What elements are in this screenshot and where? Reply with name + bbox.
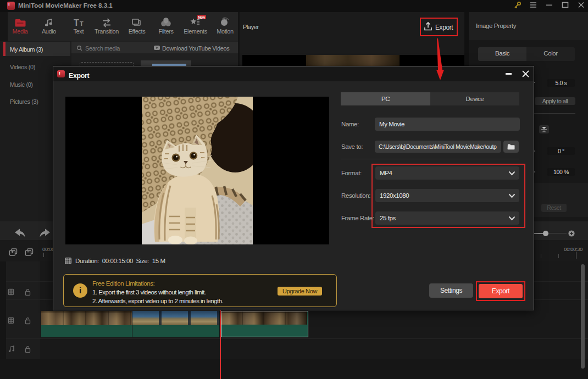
svg-text:Filters: Filters	[158, 28, 174, 35]
svg-text:T: T	[80, 20, 84, 27]
svg-text:Motion: Motion	[217, 28, 234, 35]
svg-text:Media: Media	[13, 28, 29, 35]
svg-text:T: T	[74, 18, 79, 27]
svg-text:Transition: Transition	[95, 28, 119, 35]
svg-text:New: New	[198, 15, 206, 19]
svg-text:Audio: Audio	[42, 28, 56, 35]
svg-text:Effects: Effects	[129, 28, 146, 35]
svg-text:Text: Text	[74, 28, 84, 35]
svg-text:Elements: Elements	[184, 28, 208, 35]
